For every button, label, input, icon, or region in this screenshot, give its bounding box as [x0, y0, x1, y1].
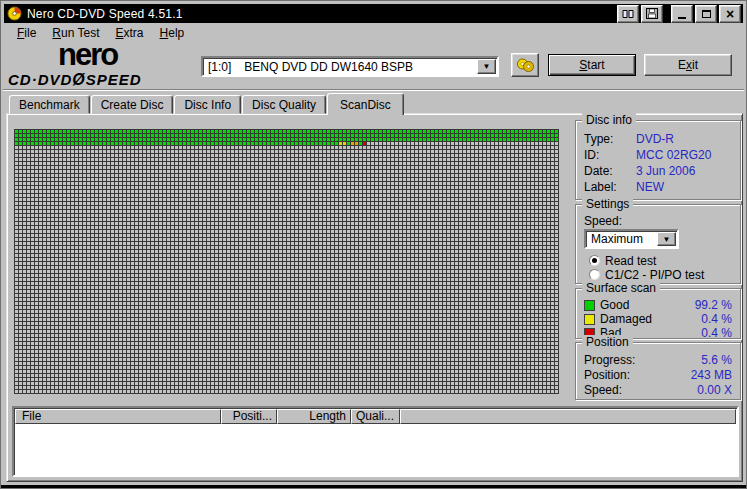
nero-logo: nero	[58, 41, 117, 69]
disc-date-value: 3 Jun 2006	[636, 164, 695, 178]
drive-select-dropdown-button[interactable]: ▼	[477, 59, 496, 74]
disc-info-row-label: Label: NEW	[584, 180, 732, 194]
maximize-icon	[702, 10, 711, 18]
eject-discs-button[interactable]	[511, 53, 539, 77]
position-title: Position	[582, 335, 633, 349]
title-bar: Nero CD-DVD Speed 4.51.1 ×	[4, 4, 743, 23]
tab-scandisc[interactable]: ScanDisc	[327, 93, 404, 115]
tab-create-disc[interactable]: Create Disc	[91, 95, 174, 114]
window-title: Nero CD-DVD Speed 4.51.1	[27, 7, 183, 21]
tab-scandisc-label: ScanDisc	[340, 98, 391, 112]
disc-type-value: DVD-R	[636, 132, 674, 146]
read-test-label: Read test	[605, 254, 656, 268]
disc-type-label: Type:	[584, 132, 636, 146]
disc-id-value: MCC 02RG20	[636, 148, 711, 162]
save-icon-button[interactable]	[641, 5, 663, 23]
surface-good-row: Good 99.2 %	[584, 298, 732, 312]
disc-info-row-type: Type: DVD-R	[584, 132, 732, 146]
logo-speed: SPEED	[86, 71, 142, 88]
chevron-down-icon: ▼	[483, 62, 491, 71]
read-test-option[interactable]: Read test	[589, 254, 656, 267]
column-header-length[interactable]: Length	[277, 409, 351, 424]
menu-file[interactable]: File	[9, 24, 44, 42]
menu-help[interactable]: Help	[152, 24, 193, 42]
close-button[interactable]: ×	[719, 5, 741, 23]
drive-name: BENQ DVD DD DW1640 BSPB	[239, 60, 413, 74]
progress-value: 5.6 %	[701, 353, 732, 367]
good-label: Good	[600, 298, 629, 312]
surface-scan-group: Surface scan Good 99.2 % Damaged 0.4 % B…	[575, 288, 741, 339]
column-header-quality[interactable]: Quali...	[351, 409, 400, 424]
tab-strip: Benchmark Create Disc Disc Info Disc Qua…	[9, 93, 405, 115]
speed-dropdown-button[interactable]: ▼	[657, 232, 676, 246]
disc-info-title: Disc info	[582, 113, 636, 127]
c1c2-test-label: C1/C2 - PI/PO test	[605, 268, 704, 282]
exit-button[interactable]: Exit	[644, 54, 732, 76]
position-label: Position:	[584, 368, 630, 382]
c1c2-test-radio[interactable]	[589, 269, 600, 280]
settings-title: Settings	[582, 197, 633, 211]
file-list: File Positi... Length Quali...	[12, 406, 739, 477]
read-test-radio[interactable]	[589, 255, 600, 266]
progress-label: Progress:	[584, 353, 635, 367]
logo-disc-glyph: Ø	[72, 71, 85, 88]
position-group: Position Progress: 5.6 % Position: 243 M…	[575, 342, 741, 400]
drive-select[interactable]: [1:0] BENQ DVD DD DW1640 BSPB ▼	[201, 56, 499, 77]
surface-scan-title: Surface scan	[582, 281, 660, 295]
speed-label: Speed:	[584, 214, 622, 228]
column-header-file[interactable]: File	[15, 409, 221, 424]
tab-disc-info-label: Disc Info	[184, 98, 231, 112]
disc-id-label: ID:	[584, 148, 636, 162]
position-value: 243 MB	[691, 368, 732, 382]
column-header-position[interactable]: Positi...	[221, 409, 277, 424]
tab-benchmark[interactable]: Benchmark	[9, 95, 90, 114]
tab-create-disc-label: Create Disc	[101, 98, 164, 112]
c1c2-test-option[interactable]: C1/C2 - PI/PO test	[589, 268, 704, 281]
disc-info-row-date: Date: 3 Jun 2006	[584, 164, 732, 178]
damaged-label: Damaged	[600, 312, 652, 326]
disc-label-value: NEW	[636, 180, 664, 194]
minimize-button[interactable]	[671, 5, 693, 23]
tab-disc-quality-label: Disc Quality	[252, 98, 316, 112]
damaged-swatch	[584, 314, 595, 325]
maximize-button[interactable]	[695, 5, 717, 23]
file-list-header: File Positi... Length Quali...	[15, 409, 736, 424]
minimize-icon	[678, 17, 686, 19]
toolbar-separator	[3, 89, 744, 91]
speed-value-pos: 0.00 X	[697, 383, 732, 397]
book-icon	[622, 9, 634, 19]
scandisc-page: Disc info Type: DVD-R ID: MCC 02RG20 Dat…	[6, 113, 743, 482]
discs-icon	[516, 58, 535, 73]
cd-dvd-speed-logo: CD·DVDØSPEED	[8, 71, 142, 89]
speed-row: Speed: 0.00 X	[584, 383, 732, 397]
disc-date-label: Date:	[584, 164, 636, 178]
tab-benchmark-label: Benchmark	[19, 98, 80, 112]
window-bottom-edge	[1, 485, 746, 488]
surface-damaged-row: Damaged 0.4 %	[584, 312, 732, 326]
exit-button-label: Exit	[678, 58, 698, 72]
column-header-filler	[400, 409, 736, 424]
app-cd-disc-icon	[7, 6, 22, 21]
tab-disc-info[interactable]: Disc Info	[174, 95, 241, 114]
disc-info-group: Disc info Type: DVD-R ID: MCC 02RG20 Dat…	[575, 120, 741, 200]
speed-label-row: Speed:	[584, 214, 732, 228]
start-button-label: Start	[579, 58, 604, 72]
speed-select[interactable]: Maximum ▼	[584, 229, 679, 249]
speed-value: Maximum	[586, 232, 643, 246]
disc-label-label: Label:	[584, 180, 636, 194]
speed-label-pos: Speed:	[584, 383, 622, 397]
book-icon-button[interactable]	[617, 5, 639, 23]
settings-group: Settings Speed: Maximum ▼ Read test C1/C…	[575, 204, 741, 284]
close-icon: ×	[726, 8, 734, 20]
logo-cd-dvd: CD·DVD	[8, 71, 72, 88]
scan-grid-canvas	[14, 129, 559, 394]
bad-value: 0.4 %	[701, 326, 732, 340]
drive-bus: [1:0]	[203, 60, 231, 74]
disc-info-row-id: ID: MCC 02RG20	[584, 148, 732, 162]
tab-disc-quality[interactable]: Disc Quality	[242, 95, 326, 114]
start-button[interactable]: Start	[548, 54, 636, 76]
position-row: Position: 243 MB	[584, 368, 732, 382]
good-swatch	[584, 300, 595, 311]
floppy-icon	[646, 8, 658, 19]
good-value: 99.2 %	[695, 298, 732, 312]
